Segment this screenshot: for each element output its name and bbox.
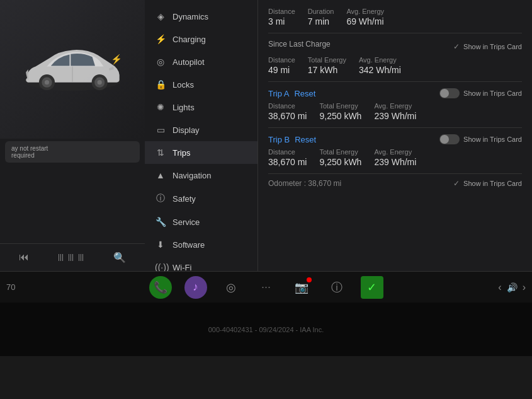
trip-b-stats: Distance 38,670 mi Total Energy 9,250 kW… [268, 148, 522, 167]
sidebar-item-trips[interactable]: ⇅ Trips [145, 141, 258, 164]
watermark: 000-40402431 - 09/24/2024 - IAA Inc. [0, 303, 532, 356]
trip-b-reset[interactable]: Reset [295, 135, 316, 144]
sidebar-item-dynamics[interactable]: ◈ Dynamics [145, 5, 258, 28]
trip-a-name[interactable]: Trip A [268, 89, 289, 98]
trip-b-distance: Distance 38,670 mi [268, 148, 307, 167]
trip-b-show-label: Show in Trips Card [463, 136, 522, 143]
left-panel: ⚡ ay not restart required ⏮ ⫼⫼⫼ 🔍 [0, 0, 145, 271]
warning-line2: required [11, 152, 133, 159]
divider-3 [268, 127, 522, 128]
navigation-icon: ▲ [155, 170, 166, 180]
autopilot-icon: ◎ [155, 57, 166, 67]
bottom-icons: ⏮ ⫼⫼⫼ 🔍 [0, 243, 145, 271]
trip-a-show-label: Show in Trips Card [463, 90, 522, 97]
sidebar-menu: ◈ Dynamics ⚡ Charging ◎ Autopilot 🔒 Lock… [145, 0, 258, 271]
sidebar-item-navigation[interactable]: ▲ Navigation [145, 164, 258, 187]
trips-content: Distance 3 mi Duration 7 min Avg. Energy… [258, 0, 532, 271]
search-icon[interactable]: 🔍 [113, 252, 126, 263]
since-last-charge-stats: Distance 49 mi Total Energy 17 kWh Avg. … [268, 56, 522, 75]
divider-2 [268, 81, 522, 82]
slc-distance: Distance 49 mi [268, 56, 295, 75]
volume-icon[interactable]: 🔊 [507, 282, 518, 292]
trip-a-toggle[interactable] [439, 88, 460, 98]
svg-text:⚡: ⚡ [111, 54, 122, 65]
sidebar-item-software[interactable]: ⬇ Software [145, 233, 258, 256]
slc-total-energy: Total Energy 17 kWh [308, 56, 346, 75]
service-icon: 🔧 [155, 217, 166, 227]
sidebar-item-charging[interactable]: ⚡ Charging [145, 28, 258, 50]
sidebar-item-locks[interactable]: 🔒 Locks [145, 73, 258, 96]
trip-a-total-energy: Total Energy 9,250 kWh [319, 102, 361, 121]
software-icon: ⬇ [155, 240, 166, 250]
more-icon[interactable]: ··· [255, 276, 278, 299]
trip-a-distance: Distance 38,670 mi [268, 102, 307, 121]
recent-distance: Distance 3 mi [268, 8, 295, 26]
recent-duration: Duration 7 min [308, 8, 334, 26]
chevron-right-icon[interactable]: › [523, 282, 526, 293]
recent-trip-stats: Distance 3 mi Duration 7 min Avg. Energy… [268, 8, 522, 26]
trip-b-header: Trip B Reset Show in Trips Card [268, 134, 522, 144]
warning-box: ay not restart required [5, 141, 140, 163]
trip-a-header: Trip A Reset Show in Trips Card [268, 88, 522, 98]
recent-trip-section: Distance 3 mi Duration 7 min Avg. Energy… [268, 8, 522, 26]
trip-a-reset[interactable]: Reset [294, 89, 315, 98]
show-trips-card-1: ✓ Show in Trips Card [453, 42, 522, 51]
recent-avg-energy: Avg. Energy 69 Wh/mi [346, 8, 384, 26]
checkmark-odometer: ✓ [453, 179, 460, 188]
trip-b-name[interactable]: Trip B [268, 135, 290, 144]
taskbar: 70 📞 ♪ ◎ ··· 📷 ⓘ ✓ [0, 271, 532, 303]
divider-1 [268, 33, 522, 33]
phone-symbol: 📞 [154, 280, 167, 294]
trip-b-section: Trip B Reset Show in Trips Card Distance [268, 134, 522, 167]
car-image: ⚡ [0, 0, 145, 139]
trip-a-toggle-thumb [440, 89, 449, 98]
camera-notification [307, 277, 312, 282]
trip-a-section: Trip A Reset Show in Trips Card Distance [268, 88, 522, 121]
sidebar-item-display[interactable]: ▭ Display [145, 119, 258, 141]
music-icon[interactable]: ♪ [184, 276, 207, 299]
warning-line1: ay not restart [11, 145, 133, 152]
sidebar-item-service[interactable]: 🔧 Service [145, 211, 258, 233]
trip-a-avg-energy: Avg. Energy 239 Wh/mi [374, 102, 416, 121]
camera-icon[interactable]: 📷 [290, 276, 313, 299]
music-symbol: ♪ [193, 280, 198, 294]
info-icon[interactable]: ⓘ [325, 276, 348, 299]
svg-point-4 [45, 80, 49, 84]
slc-avg-energy: Avg. Energy 342 Wh/mi [359, 56, 401, 75]
since-last-charge-section: Since Last Charge ✓ Show in Trips Card D… [268, 40, 522, 75]
chevron-left-icon[interactable]: ‹ [498, 282, 501, 293]
taskbar-speed: 70 [6, 282, 15, 292]
trip-b-avg-energy: Avg. Energy 239 Wh/mi [374, 148, 416, 167]
odometer-show-label: Show in Trips Card [463, 180, 522, 187]
trip-b-total-energy: Total Energy 9,250 kWh [319, 148, 361, 167]
trip-b-toggle[interactable] [439, 134, 460, 144]
trip-a-stats: Distance 38,670 mi Total Energy 9,250 kW… [268, 102, 522, 121]
display-icon: ▭ [155, 125, 166, 135]
check-icon[interactable]: ✓ [361, 276, 383, 299]
phone-icon[interactable]: 📞 [149, 276, 172, 299]
trip-b-toggle-thumb [440, 135, 449, 144]
taskbar-right-controls: ‹ 🔊 › [498, 282, 526, 293]
sidebar-item-lights[interactable]: ✺ Lights [145, 96, 258, 119]
safety-icon: ⓘ [155, 193, 166, 204]
trips-icon: ⇅ [155, 147, 166, 158]
sidebar-item-autopilot[interactable]: ◎ Autopilot [145, 50, 258, 73]
odometer-label: Odometer : 38,670 mi [268, 179, 341, 188]
since-last-charge-header: Since Last Charge ✓ Show in Trips Card [268, 40, 522, 54]
steering-wheel-icon[interactable]: ◎ [220, 276, 242, 299]
lock-icon: 🔒 [155, 79, 166, 90]
watermark-text: 000-40402431 - 09/24/2024 - IAA Inc. [208, 326, 324, 333]
lights-icon: ✺ [155, 102, 166, 112]
media-icon[interactable]: ⏮ [19, 252, 29, 263]
equalizer-icon[interactable]: ⫼⫼⫼ [56, 252, 86, 263]
odometer-row: Odometer : 38,670 mi ✓ Show in Trips Car… [268, 173, 522, 188]
checkmark-1: ✓ [453, 42, 460, 51]
sidebar-item-safety[interactable]: ⓘ Safety [145, 187, 258, 211]
svg-point-7 [98, 80, 102, 84]
charging-icon: ⚡ [155, 34, 166, 44]
dynamics-icon: ◈ [155, 11, 166, 21]
